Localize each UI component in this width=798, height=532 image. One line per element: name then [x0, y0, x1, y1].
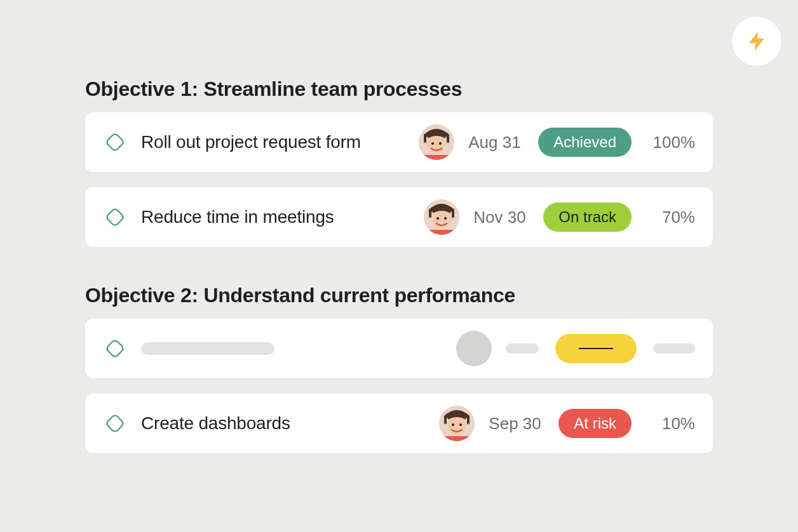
- goal-card[interactable]: Roll out project request form Aug 31 Ach…: [85, 112, 713, 172]
- svg-rect-18: [439, 436, 475, 441]
- assignee-avatar[interactable]: [424, 199, 459, 235]
- due-date: Nov 30: [473, 208, 543, 227]
- due-date: Aug 31: [468, 133, 538, 152]
- diamond-icon: [103, 130, 127, 154]
- status-badge: At risk: [558, 409, 632, 438]
- assignee-avatar[interactable]: [439, 406, 475, 441]
- progress-placeholder: [653, 343, 695, 354]
- placeholder-line: [579, 348, 613, 349]
- objective-title: Objective 1: Streamline team processes: [85, 77, 713, 101]
- svg-point-4: [439, 142, 442, 145]
- avatar-placeholder: [456, 331, 492, 366]
- goal-card[interactable]: Reduce time in meetings Nov 30 On track …: [85, 187, 713, 247]
- svg-rect-12: [105, 339, 125, 358]
- title-placeholder: [141, 342, 274, 355]
- svg-point-10: [444, 217, 447, 220]
- progress-value: 70%: [646, 208, 695, 227]
- svg-rect-11: [424, 230, 459, 235]
- status-badge: Achieved: [538, 128, 632, 157]
- date-placeholder: [506, 343, 539, 354]
- svg-point-16: [452, 423, 454, 426]
- svg-point-17: [459, 423, 462, 426]
- progress-value: 100%: [646, 133, 695, 152]
- goal-title: Reduce time in meetings: [141, 207, 424, 227]
- objective-title: Objective 2: Understand current performa…: [85, 284, 713, 307]
- status-badge-placeholder: [555, 334, 637, 363]
- svg-rect-6: [105, 208, 125, 227]
- svg-rect-5: [419, 155, 454, 160]
- svg-point-3: [431, 142, 434, 145]
- goal-card-placeholder[interactable]: [85, 319, 713, 378]
- assignee-avatar[interactable]: [419, 124, 454, 160]
- due-date: Sep 30: [489, 414, 558, 434]
- objectives-list: Objective 1: Streamline team processes R…: [0, 0, 798, 453]
- status-badge: On track: [543, 203, 632, 232]
- progress-value: 10%: [646, 414, 695, 434]
- diamond-icon: [103, 411, 127, 436]
- diamond-icon: [103, 205, 127, 229]
- goal-title: Roll out project request form: [141, 132, 419, 152]
- svg-rect-0: [105, 133, 125, 152]
- objective-group: Objective 1: Streamline team processes R…: [85, 77, 713, 247]
- diamond-icon: [103, 336, 127, 361]
- goal-title: Create dashboards: [141, 413, 439, 434]
- action-button[interactable]: [732, 17, 781, 66]
- lightning-icon: [745, 30, 768, 53]
- objective-group: Objective 2: Understand current performa…: [85, 284, 713, 453]
- svg-point-9: [436, 217, 439, 220]
- goal-card[interactable]: Create dashboards Sep 30 At risk 10%: [85, 394, 713, 453]
- svg-rect-13: [105, 414, 125, 433]
